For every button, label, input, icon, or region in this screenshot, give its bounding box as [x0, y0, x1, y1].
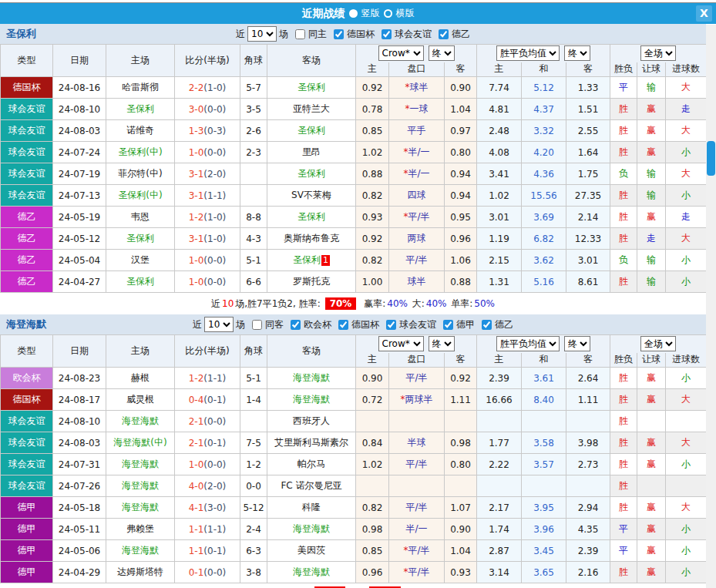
corner-cell: 5-7	[240, 77, 267, 99]
unit-label: 场	[236, 318, 245, 331]
summary-row: 近10场,胜7平1负2, 胜率:70% 赢率:40% 大:40% 单率:50%	[0, 293, 706, 314]
odds-stage-select[interactable]: 终	[429, 336, 455, 351]
handicap-cell: 球半	[389, 271, 445, 293]
corner-cell: 2-6	[240, 120, 267, 142]
league-checkbox[interactable]	[291, 320, 301, 330]
score-cell: 2-1(0-1)	[175, 432, 240, 454]
avg-odds-cell: 2.22	[477, 454, 522, 475]
score-cell: 4-0(2-0)	[175, 475, 240, 497]
home-odds-cell: 0.85	[356, 540, 389, 562]
scrollbar-track[interactable]	[706, 25, 716, 588]
avg-odds-cell: 3.96	[522, 519, 566, 540]
avg-odds-cell: 15.56	[522, 185, 566, 207]
summary-count: 10	[222, 298, 234, 309]
match-row: 球会友谊24-08-10圣保利3-0(0-0)3-5亚特兰大0.78*一球1.0…	[1, 99, 707, 120]
fulltime-score: 4-1	[189, 502, 204, 513]
match-row: 德甲24-05-18海登海默4-1(3-0)5-12科隆0.82平/半1.072…	[1, 497, 707, 519]
scrollbar-thumb[interactable]	[707, 141, 715, 176]
sub-column-header: 主	[356, 62, 389, 77]
fulltime-score: 4-0	[189, 481, 204, 492]
corner-cell: 6-3	[240, 540, 267, 562]
home-team-cell: 哈雷斯彻	[106, 77, 175, 99]
avg-odds-cell: 3.01	[477, 207, 522, 228]
date-cell: 24-08-17	[53, 389, 106, 411]
result-cell: 胜	[610, 562, 637, 583]
vertical-radio[interactable]	[349, 9, 358, 18]
odds-source-select[interactable]: Crow*	[378, 45, 424, 61]
avg-stage-select[interactable]: 终	[564, 336, 590, 351]
odds-source-select[interactable]: Crow*	[378, 336, 424, 351]
handicap-result-cell: 走	[637, 228, 666, 250]
league-checkbox[interactable]	[443, 320, 453, 330]
goals-result-cell: 大	[666, 389, 707, 411]
avg-odds-cell: 1.75	[566, 163, 610, 185]
corner-cell: 2-4	[240, 519, 267, 540]
league-checkbox-label: 球会友谊	[395, 28, 432, 41]
avg-select[interactable]: 胜平负均值	[496, 336, 560, 351]
summary-stat-label: 单率:	[448, 297, 472, 311]
result-cell: 胜	[610, 475, 637, 497]
horizontal-radio[interactable]	[384, 9, 392, 18]
score-cell: 4-1(3-0)	[175, 497, 240, 519]
away-team-cell: 科隆	[267, 497, 356, 519]
handicap-result-cell	[637, 411, 666, 432]
date-cell: 24-07-26	[53, 475, 106, 497]
date-cell: 24-04-27	[53, 271, 106, 293]
score-cell: 3-1(1-1)	[175, 185, 240, 207]
away-team-cell: 亚特兰大	[267, 99, 356, 120]
avg-odds-cell: 3.32	[522, 120, 566, 142]
column-header: 角球	[240, 335, 267, 368]
avg-odds-cell	[566, 475, 610, 497]
scope-select[interactable]: 全场	[640, 45, 676, 61]
home-odds-cell: 0.98	[356, 519, 389, 540]
away-team-cell: SV不莱梅	[267, 185, 356, 207]
avg-odds-cell: 2.39	[566, 540, 610, 562]
match-count-select[interactable]: 10	[247, 26, 277, 42]
handicap-star: *	[403, 211, 408, 222]
away-team-cell: 圣保利	[267, 163, 356, 185]
avg-select[interactable]: 胜平负均值	[496, 45, 560, 61]
handicap-result-cell: 赢	[637, 519, 666, 540]
summary-stat-value: 50%	[474, 298, 495, 309]
odds-stage-select[interactable]: 终	[429, 45, 455, 61]
league-checkbox[interactable]	[382, 29, 392, 39]
fulltime-score: 1-1	[189, 546, 204, 556]
handicap-result-cell: 赢	[637, 368, 666, 389]
league-checkbox[interactable]	[334, 29, 344, 39]
league-checkbox[interactable]	[439, 29, 449, 39]
near-label: 近	[236, 28, 245, 41]
sub-column-header: 客	[445, 62, 477, 77]
away-team-cell: 海登海默	[267, 368, 356, 389]
away-odds-cell: 0.92	[445, 368, 477, 389]
corner-cell: 4-3	[240, 228, 267, 250]
league-checkbox[interactable]	[482, 320, 492, 330]
result-cell: 胜	[610, 271, 637, 293]
same-venue-checkbox[interactable]	[252, 320, 262, 330]
match-type-cell: 球会友谊	[1, 99, 53, 120]
date-cell: 24-05-06	[53, 540, 106, 562]
summary-stat-value: 40%	[426, 298, 447, 309]
summary-stat-label: 大:	[409, 297, 425, 311]
avg-odds-cell: 2.55	[566, 120, 610, 142]
horizontal-radio-label[interactable]: 横版	[396, 7, 415, 20]
away-team-cell: 圣保利1	[267, 250, 356, 271]
league-checkbox[interactable]	[386, 320, 396, 330]
avg-odds-cell: 4.81	[477, 99, 522, 120]
scope-select[interactable]: 全场	[640, 336, 676, 351]
avg-stage-select[interactable]: 终	[564, 45, 590, 61]
close-icon[interactable]: X	[696, 5, 712, 22]
same-venue-checkbox[interactable]	[295, 29, 305, 39]
score-cell: 0-4(0-1)	[175, 389, 240, 411]
league-checkbox[interactable]	[338, 320, 348, 330]
column-header: 客场	[267, 45, 356, 77]
halftime-score: (1-0)	[203, 212, 226, 223]
away-team-cell: 圣保利	[267, 207, 356, 228]
match-type-cell: 球会友谊	[1, 120, 53, 142]
avg-odds-cell: 1.19	[477, 228, 522, 250]
match-count-select[interactable]: 10	[204, 317, 234, 332]
vertical-radio-label[interactable]: 竖版	[361, 7, 380, 20]
column-header: 类型	[1, 45, 53, 77]
home-team-cell: 圣保利	[106, 99, 175, 120]
handicap-cell: 四球	[389, 185, 445, 207]
result-cell: 胜	[610, 432, 637, 454]
